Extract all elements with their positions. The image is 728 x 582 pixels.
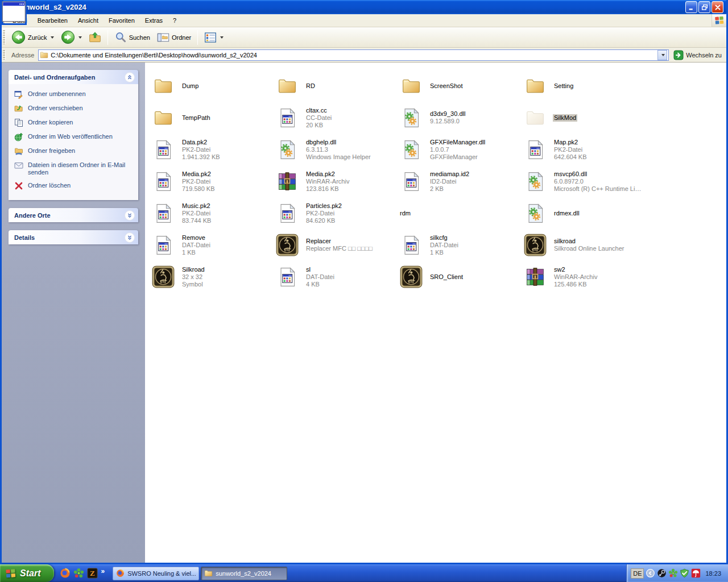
file-name: Remove [181,234,206,242]
titlebar[interactable]: sunworld_s2_v2024 [2,0,726,14]
file-item[interactable]: Replacer Replacer MFC □□ □□□□ [272,229,396,261]
task-item[interactable]: Ordner kopieren [14,118,135,127]
file-icon [523,137,548,162]
up-folder-icon [89,31,101,44]
language-indicator[interactable]: DE [631,568,644,579]
task-item[interactable]: Ordner im Web veröffentlichen [14,132,135,142]
file-list[interactable]: Dump RD [145,63,726,563]
task-item[interactable]: Ordner verschieben [14,104,135,113]
up-button[interactable] [86,30,104,45]
taskbar-task-button[interactable]: sunworld_s2_v2024 [201,567,287,580]
tray-icon[interactable] [668,568,678,578]
file-name: d3dx9_30.dll [429,110,466,118]
file-icon [275,137,300,162]
file-item[interactable]: GFXFileManager.dll 1.0.0.7 GFXFileManage… [396,134,520,165]
file-detail-1: PK2-Datei [181,146,221,153]
file-item[interactable]: TempPath [148,102,272,134]
address-label: Adresse [10,52,35,59]
file-detail-1: CC-Datei [305,114,333,122]
other-places-header[interactable]: Andere Orte [9,208,138,222]
file-item[interactable]: rdm [396,197,520,229]
task-buttons: SWSRO Neuling & viel... sunworld_s2_v202… [113,567,287,580]
go-button[interactable]: Wechseln zu [672,50,725,60]
file-icon [151,105,176,130]
file-item[interactable]: Map.pk2 PK2-Datei 642.604 KB [520,134,644,165]
collapse-button[interactable] [125,72,135,82]
file-detail-2: 125.486 KB [553,281,598,288]
file-item[interactable]: silkcfg DAT-Datei 1 KB [396,229,520,261]
file-item[interactable]: Setting [520,70,644,102]
tray-icon[interactable] [657,568,667,578]
task-item[interactable]: Ordner umbenennen [14,90,135,99]
close-button[interactable] [712,1,723,13]
task-item-label: Ordner löschen [28,181,71,189]
file-item[interactable]: SilkMod [520,102,644,134]
search-button[interactable]: Suchen [111,30,153,45]
file-item[interactable]: mediamap.id2 ID2-Datei 2 KB [396,165,520,197]
forward-dropdown-caret[interactable] [78,36,82,39]
file-item[interactable]: dbghelp.dll 6.3.11.3 Windows Image Helpe… [272,134,396,165]
details-header[interactable]: Details [9,230,138,244]
folders-button[interactable]: Ordner [154,30,194,45]
quick-launch-icon[interactable] [60,568,71,579]
clock[interactable]: 18:23 [705,570,721,577]
file-icon [275,201,300,226]
file-item[interactable]: rdmex.dll [520,197,644,229]
menu-item[interactable]: Favoriten [104,15,140,26]
task-item[interactable]: Dateien in diesem Ordner in E-Mail sende… [14,161,135,176]
expand-button[interactable] [125,210,135,221]
menu-item[interactable]: Bearbeiten [32,15,73,26]
back-dropdown-caret[interactable] [51,36,54,39]
quick-launch-icon[interactable] [73,568,84,579]
file-item[interactable]: cltax.cc CC-Datei 20 KB [272,102,396,134]
file-icon [151,169,176,194]
back-button[interactable]: Zurück [9,28,57,46]
file-item[interactable]: silkroad Silkroad Online Launcher [520,229,644,261]
file-item[interactable]: Remove DAT-Datei 1 KB [148,229,272,261]
file-item[interactable]: Music.pk2 PK2-Datei 83.744 KB [148,197,272,229]
minimize-button[interactable] [685,1,697,13]
file-name: Music.pk2 [181,202,212,210]
expand-button[interactable] [125,232,135,243]
task-item-icon [14,132,23,142]
file-item[interactable]: sl DAT-Datei 4 KB [272,261,396,293]
tray-icon[interactable] [680,568,689,578]
file-item[interactable]: sw2 WinRAR-Archiv 125.486 KB [520,261,644,293]
file-item[interactable]: d3dx9_30.dll 9.12.589.0 [396,102,520,134]
start-button[interactable]: Start [0,564,54,582]
file-item[interactable]: Media.pk2 WinRAR-Archiv 123.816 KB [272,165,396,197]
file-name: Particles.pk2 [305,202,343,210]
tray-collapse-button[interactable] [646,568,655,578]
file-item[interactable]: RD [272,70,396,102]
taskbar-task-button[interactable]: SWSRO Neuling & viel... [113,567,199,580]
file-item[interactable]: SRO_Client [396,261,520,293]
menu-item[interactable]: Extras [140,15,168,26]
address-input[interactable] [51,52,655,59]
views-button[interactable] [201,30,226,45]
forward-button[interactable] [58,28,85,46]
file-item[interactable]: Silkroad 32 x 32 Symbol [148,261,272,293]
menu-item[interactable]: Ansicht [73,15,104,26]
address-grip[interactable] [3,50,6,60]
restore-button[interactable] [698,1,710,13]
task-button-icon [116,569,125,577]
file-icon [523,105,548,130]
file-item[interactable]: Media.pk2 PK2-Datei 719.580 KB [148,165,272,197]
tray-icon[interactable] [691,568,701,578]
address-dropdown-button[interactable] [657,50,667,60]
menu-item[interactable]: ? [168,15,181,26]
tasks-panel-header[interactable]: Datei- und Ordneraufgaben [9,70,138,84]
quick-launch: » [54,568,109,579]
file-item[interactable]: Data.pk2 PK2-Datei 1.941.392 KB [148,134,272,165]
file-detail-1: PK2-Datei [305,210,343,217]
task-item[interactable]: Ordner freigeben [14,147,135,156]
task-item[interactable]: Ordner löschen [14,181,135,190]
quick-launch-overflow[interactable]: » [101,567,105,575]
toolbar-grip[interactable] [3,30,6,44]
file-item[interactable]: Dump [148,70,272,102]
quick-launch-icon[interactable] [87,568,98,579]
views-dropdown-caret[interactable] [220,36,224,39]
file-item[interactable]: msvcp60.dll 6.0.8972.0 Microsoft (R) C++… [520,165,644,197]
file-item[interactable]: ScreenShot [396,70,520,102]
file-item[interactable]: Particles.pk2 PK2-Datei 84.620 KB [272,197,396,229]
